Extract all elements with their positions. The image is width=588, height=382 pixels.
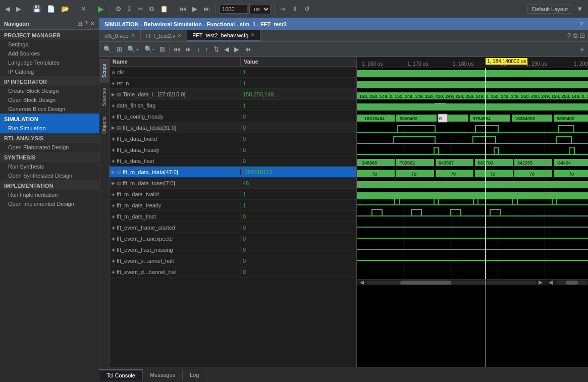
copy-button[interactable]: ⧉: [147, 4, 156, 14]
tab-fft-test2-close[interactable]: ✕: [177, 32, 182, 39]
waveform-signals[interactable]: 150, 250, 149, 0, 150, 249, 149, 250, 40…: [357, 68, 588, 367]
jump-button[interactable]: ⇥: [278, 4, 288, 14]
waveform-display[interactable]: 1, 184.140000 us 1, 160 us 1, 170 us 1, …: [357, 57, 588, 367]
sidebar-item-run-simulation[interactable]: Run Simulation: [0, 124, 99, 133]
signal-row-fft-evt-unexp[interactable]: ◈ fft_event_t...unexpecte 0: [110, 233, 356, 244]
paste-button[interactable]: 📋: [158, 4, 170, 14]
zoom-full-btn[interactable]: ⊠: [157, 44, 167, 54]
tab-xfft-close[interactable]: ✕: [131, 32, 135, 39]
fft-s-data-expand-icon[interactable]: ▶: [112, 125, 115, 130]
side-tab-objects[interactable]: Objects: [100, 112, 109, 138]
bottom-tab-tcl[interactable]: Tcl Console: [99, 369, 143, 380]
sidebar-item-add-sources[interactable]: Add Sources: [0, 49, 99, 58]
open-button[interactable]: 📂: [59, 4, 71, 14]
scroll-right2-arrow[interactable]: ◀: [545, 279, 557, 286]
signal-row-fft-m-tuser[interactable]: ▶ ▤ fft_m_data_tuser[7:0] 46: [110, 178, 356, 189]
close-button[interactable]: ✕: [79, 4, 88, 14]
signal-row-fft-s-tvalid[interactable]: ◈ fft_s_data_tvalid 0: [110, 133, 356, 144]
sidebar-item-run-synthesis[interactable]: Run Synthesis: [0, 162, 99, 171]
fft-m-data-expand-icon[interactable]: ▶: [112, 170, 115, 175]
signal-row-fft-s-config[interactable]: ◈ fft_s_config_tready 0: [110, 111, 356, 122]
signal-row-time-data[interactable]: ▶ ▤ Time_data_l...[27:0][15:0] 150,250,1…: [110, 89, 356, 100]
sim-question-icon[interactable]: ?: [579, 20, 583, 28]
save-button[interactable]: 💾: [31, 4, 43, 14]
sidebar-item-ip-catalog[interactable]: IP Catalog: [0, 67, 99, 76]
zoom-cursor-btn[interactable]: ⊞: [115, 44, 124, 54]
signal-row-fft-evt-dhalt[interactable]: ◈ fft_event_d...bannel_hal 0: [110, 266, 356, 278]
zoom-in-btn[interactable]: 🔍+: [125, 44, 141, 54]
tabs-question-icon[interactable]: ?: [567, 32, 571, 40]
sidebar-item-generate-block-design[interactable]: Generate Block Design: [0, 104, 99, 114]
bottom-tab-log[interactable]: Log: [183, 370, 206, 380]
play-button[interactable]: ▶: [190, 4, 199, 14]
rewind-button[interactable]: ⏮: [178, 4, 188, 14]
sidebar-item-open-elaborated-design[interactable]: Open Elaborated Design: [0, 143, 99, 152]
scroll-left-btn[interactable]: ◀: [222, 44, 231, 54]
signal-row-fft-evt-shalt[interactable]: ◈ fft_event_s...annel_halt 0: [110, 255, 356, 266]
zoom-out-btn[interactable]: 🔍-: [142, 44, 156, 54]
add-wave-btn[interactable]: ↓: [195, 44, 202, 54]
time-input[interactable]: 1000: [220, 5, 247, 14]
time-unit-select[interactable]: us ns ps: [249, 4, 271, 14]
signal-row-fft-s-tready[interactable]: ◈ fft_s_data_tready 0: [110, 144, 356, 155]
sidebar-item-run-implementation[interactable]: Run Implementation: [0, 190, 99, 199]
new-button[interactable]: 📄: [45, 4, 57, 14]
next-edge-btn[interactable]: ⏭: [183, 44, 194, 54]
signal-row-fft-evt-frame[interactable]: ◈ fft_event_frame_started 0: [110, 222, 356, 233]
signal-row-fft-s-data[interactable]: ▶ ▤ fft_s_data_tdata[31:0] 0: [110, 122, 356, 133]
sidebar-question-icon[interactable]: ?: [84, 20, 88, 27]
signal-row-rst[interactable]: ◈ rst_n 1: [110, 78, 356, 89]
tabs-expand-icon[interactable]: ⊡: [579, 32, 585, 40]
pause-button[interactable]: ⏸: [290, 4, 300, 14]
sidebar-item-open-implemented-design[interactable]: Open Implemented Design: [0, 199, 99, 208]
fft-m-tuser-expand-icon[interactable]: ▶: [112, 181, 115, 186]
run-button[interactable]: ▶: [96, 3, 106, 15]
tab-fft-wcfg[interactable]: FFT_test2_behav.wcfg ✕: [187, 30, 260, 41]
side-tab-scope[interactable]: Scope: [100, 59, 109, 82]
tab-fft-wcfg-close[interactable]: ✕: [250, 32, 255, 38]
scroll-thumb-2[interactable]: [566, 281, 578, 285]
signal-row-fft-m-tvalid[interactable]: ◈ fft_m_data_tvalid 1: [110, 189, 356, 200]
sidebar-item-open-block-design[interactable]: Open Block Design: [0, 95, 99, 104]
prev-edge-btn[interactable]: ⏮: [172, 44, 182, 54]
scroll-left-arrow[interactable]: ◀: [358, 279, 366, 286]
tab-fft-test2[interactable]: FFT_test2.v ✕: [141, 30, 188, 41]
signal-row-clk[interactable]: ⊞ clk 1: [110, 67, 356, 78]
scroll-right-arrow[interactable]: ▶: [537, 279, 545, 286]
sidebar-close-icon[interactable]: ✕: [90, 20, 95, 27]
sidebar-item-open-synthesized-design[interactable]: Open Synthesized Design: [0, 171, 99, 180]
scroll-right-btn[interactable]: ▶: [232, 44, 241, 54]
restart-button[interactable]: ↺: [302, 4, 312, 14]
zoom-fit-btn[interactable]: 🔍: [101, 44, 114, 54]
scroll-track[interactable]: [366, 281, 537, 285]
time-data-expand-icon[interactable]: ▶: [112, 92, 115, 97]
wave-right-icon[interactable]: ◈: [578, 45, 586, 53]
signal-row-data-finish[interactable]: ◈ data_finish_flag 1: [110, 100, 356, 111]
sidebar-item-language-templates[interactable]: Language Templates: [0, 58, 99, 67]
swap-btn[interactable]: ⇅: [211, 44, 221, 54]
forward-button[interactable]: ▶: [14, 4, 23, 14]
sidebar-item-create-block-design[interactable]: Create Block Design: [0, 86, 99, 95]
layout-expand-button[interactable]: ▼: [574, 4, 585, 14]
sidebar-item-settings[interactable]: Settings: [0, 40, 99, 49]
cut-button[interactable]: ✂: [136, 4, 145, 14]
bottom-tab-messages[interactable]: Messages: [143, 370, 183, 380]
signal-row-fft-m-tready[interactable]: ◈ fft_m_data_tready 1: [110, 200, 356, 211]
signal-row-fft-s-tlast[interactable]: ◈ fft_s_data_tlast 0: [110, 155, 356, 167]
step-button[interactable]: ⏭: [201, 4, 212, 14]
signal-row-fft-m-data[interactable]: ▶ ▤ fft_m_data_tdata[47:0] -360710112: [110, 167, 356, 178]
signal-row-fft-m-tlast[interactable]: ◈ fft_m_data_tlast 0: [110, 211, 356, 222]
back-button[interactable]: ◀: [3, 4, 12, 14]
scroll-thumb[interactable]: [400, 281, 451, 285]
default-layout-button[interactable]: Default Layout: [527, 5, 572, 14]
settings-button[interactable]: ⚙: [114, 4, 124, 14]
waveform-scrollbar[interactable]: ◀ ▶ ◀: [357, 279, 588, 285]
side-tab-sources[interactable]: Sources: [100, 83, 109, 111]
tab-xfft[interactable]: xfft_0.veo ✕: [99, 30, 141, 41]
signal-row-fft-evt-tlast[interactable]: ◈ fft_event_tlast_missing 0: [110, 244, 356, 255]
remove-wave-btn[interactable]: ↑: [203, 44, 210, 54]
sigma-button[interactable]: Σ: [126, 4, 134, 14]
cursor-begin-btn[interactable]: ⏮: [242, 44, 253, 54]
tabs-copy-icon[interactable]: ⧉: [573, 32, 577, 40]
scroll-track-2[interactable]: [557, 281, 587, 285]
